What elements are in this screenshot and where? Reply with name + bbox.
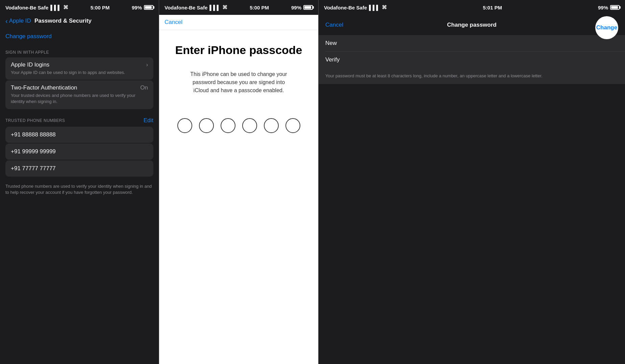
- navigation-bar-panel3: Cancel Change password Change: [319, 15, 625, 35]
- page-title: Password & Security: [34, 18, 92, 24]
- passcode-dots: [177, 118, 300, 133]
- navigation-bar-panel1: ‹ Apple ID Password & Security: [0, 15, 159, 28]
- new-password-label: New: [325, 40, 352, 47]
- trusted-phones-edit[interactable]: Edit: [144, 117, 153, 124]
- battery-fill-panel2: [304, 6, 311, 9]
- battery-percent-panel1: 99%: [132, 5, 142, 10]
- carrier-label-panel3: Vodafone-Be Safe: [324, 5, 367, 10]
- wifi-icon-panel2: ⌘: [222, 4, 227, 10]
- verify-password-input[interactable]: [352, 56, 618, 63]
- cancel-button-panel3[interactable]: Cancel: [325, 22, 343, 28]
- time-label-panel1: 5:00 PM: [91, 5, 110, 10]
- carrier-label-panel1: Vodafone-Be Safe: [5, 5, 48, 10]
- back-button[interactable]: ‹ Apple ID: [5, 18, 31, 24]
- carrier-label-panel2: Vodafone-Be Safe: [165, 5, 207, 10]
- status-bar-right-panel3: 99%: [598, 5, 620, 10]
- panel-enter-passcode: Vodafone-Be Safe ▌▌▌ ⌘ 5:00 PM 99% Cance…: [159, 0, 319, 364]
- phone-number-3-value: +91 77777 77777: [11, 165, 56, 172]
- battery-percent-panel2: 99%: [291, 5, 301, 10]
- change-password-form: New Verify Your password must be at leas…: [319, 35, 625, 84]
- status-bar-right-panel2: 99%: [291, 5, 313, 10]
- change-password-nav-title: Change password: [447, 22, 496, 28]
- panel1-body: Change password SIGN IN WITH APPLE Apple…: [0, 28, 159, 196]
- wifi-icon-panel3: ⌘: [382, 4, 387, 10]
- status-bar-left-panel3: Vodafone-Be Safe ▌▌▌ ⌘: [324, 4, 387, 10]
- sign-in-section-label: SIGN IN WITH APPLE: [5, 50, 153, 55]
- battery-icon-panel2: [303, 5, 313, 10]
- wifi-icon-panel1: ⌘: [63, 4, 68, 10]
- two-factor-subtitle: Your trusted devices and phone numbers a…: [11, 93, 148, 105]
- battery-fill-panel3: [611, 6, 618, 9]
- phone-number-2: +91 99999 99999: [5, 144, 153, 160]
- time-label-panel2: 5:00 PM: [250, 5, 269, 10]
- password-requirements: Your password must be at least 8 charact…: [319, 68, 625, 84]
- two-factor-value: On: [140, 84, 148, 91]
- passcode-title: Enter iPhone passcode: [175, 44, 302, 57]
- signal-icon-panel2: ▌▌▌: [209, 5, 220, 10]
- signal-icon-panel3: ▌▌▌: [369, 5, 380, 10]
- passcode-description: This iPhone can be used to change your p…: [185, 70, 293, 95]
- panel-change-password: Vodafone-Be Safe ▌▌▌ ⌘ 5:01 PM 99% Cance…: [319, 0, 625, 364]
- verify-password-label: Verify: [325, 56, 352, 63]
- battery-fill-panel1: [145, 6, 152, 9]
- status-bar-panel2: Vodafone-Be Safe ▌▌▌ ⌘ 5:00 PM 99%: [159, 0, 318, 15]
- apple-id-logins-item[interactable]: Apple ID logins › Your Apple ID can be u…: [5, 57, 153, 80]
- navigation-bar-panel2: Cancel: [159, 15, 318, 30]
- signal-icon-panel1: ▌▌▌: [50, 5, 61, 10]
- change-button[interactable]: Change: [595, 16, 618, 39]
- phone-number-1: +91 88888 88888: [5, 127, 153, 143]
- apple-id-logins-chevron: ›: [146, 62, 148, 68]
- verify-password-field[interactable]: Verify: [319, 52, 625, 68]
- trusted-phones-header: TRUSTED PHONE NUMBERS Edit: [5, 117, 153, 124]
- apple-id-logins-title: Apple ID logins: [11, 61, 49, 68]
- apple-id-logins-subtitle: Your Apple ID can be used to sign in to …: [11, 70, 148, 76]
- trusted-phones-label: TRUSTED PHONE NUMBERS: [5, 118, 65, 123]
- passcode-dot-3: [221, 118, 235, 133]
- battery-icon-panel3: [610, 5, 620, 10]
- passcode-dot-1: [177, 118, 192, 133]
- status-bar-panel1: Vodafone-Be Safe ▌▌▌ ⌘ 5:00 PM 99%: [0, 0, 159, 15]
- phone-number-3: +91 77777 77777: [5, 160, 153, 177]
- trusted-phones-note: Trusted phone numbers are used to verify…: [5, 183, 153, 196]
- status-bar-left-panel1: Vodafone-Be Safe ▌▌▌ ⌘: [5, 4, 68, 10]
- password-requirements-text: Your password must be at least 8 charact…: [325, 73, 543, 78]
- passcode-dot-5: [264, 118, 279, 133]
- change-password-link[interactable]: Change password: [5, 33, 153, 40]
- two-factor-title: Two-Factor Authentication: [11, 84, 77, 91]
- passcode-body: Enter iPhone passcode This iPhone can be…: [159, 30, 318, 364]
- new-password-input[interactable]: [352, 40, 618, 47]
- battery-percent-panel3: 99%: [598, 5, 608, 10]
- passcode-dot-2: [199, 118, 214, 133]
- cancel-button-panel2[interactable]: Cancel: [165, 19, 182, 26]
- status-bar-right-panel1: 99%: [132, 5, 153, 10]
- new-password-field[interactable]: New: [319, 35, 625, 51]
- back-chevron-icon: ‹: [5, 18, 8, 24]
- panel-password-security: Vodafone-Be Safe ▌▌▌ ⌘ 5:00 PM 99% ‹ App…: [0, 0, 159, 364]
- phone-number-1-value: +91 88888 88888: [11, 131, 56, 138]
- two-factor-auth-item[interactable]: Two-Factor Authentication On Your truste…: [5, 80, 153, 109]
- passcode-dot-4: [242, 118, 257, 133]
- time-label-panel3: 5:01 PM: [483, 5, 502, 10]
- status-bar-left-panel2: Vodafone-Be Safe ▌▌▌ ⌘: [165, 4, 227, 10]
- status-bar-panel3: Vodafone-Be Safe ▌▌▌ ⌘ 5:01 PM 99%: [319, 0, 625, 15]
- phone-number-2-value: +91 99999 99999: [11, 148, 56, 155]
- battery-icon-panel1: [144, 5, 153, 10]
- passcode-dot-6: [285, 118, 300, 133]
- back-label: Apple ID: [9, 18, 31, 24]
